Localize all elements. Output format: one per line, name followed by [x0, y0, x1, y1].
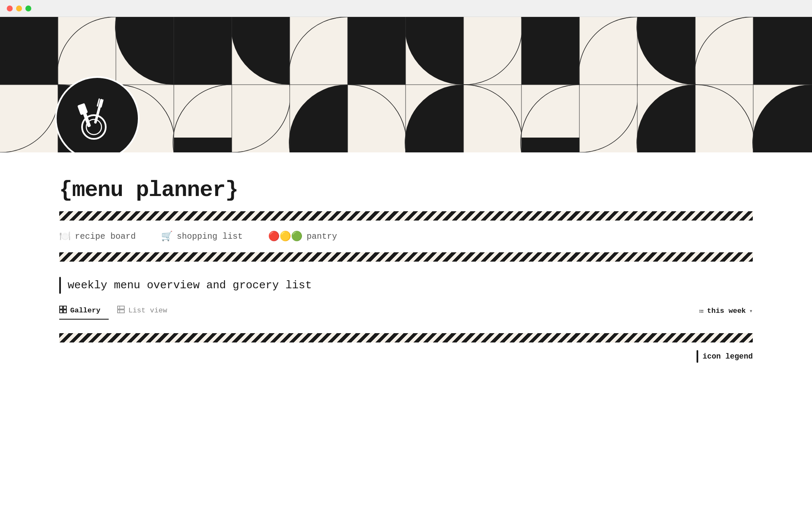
page-title: {menu planner}: [59, 178, 753, 203]
nav-link-pantry[interactable]: 🔴🟡🟢 pantry: [268, 231, 362, 242]
maximize-button[interactable]: [25, 6, 31, 11]
gallery-tab-icon: [59, 306, 67, 315]
svg-rect-6: [174, 17, 232, 85]
svg-rect-16: [753, 17, 812, 85]
svg-rect-54: [60, 306, 63, 309]
week-filter-label: this week: [707, 307, 746, 315]
bottom-stripe: [59, 333, 753, 342]
nav-link-recipe-board[interactable]: 🍽️ recipe board: [59, 231, 161, 242]
pantry-icon: 🔴🟡🟢: [268, 231, 302, 242]
close-button[interactable]: [7, 6, 13, 11]
tab-list-view-label: List view: [128, 306, 167, 315]
svg-rect-4: [58, 17, 116, 85]
svg-rect-15: [695, 17, 753, 85]
recipe-board-icon: 🍽️: [59, 231, 71, 242]
minimize-button[interactable]: [16, 6, 22, 11]
filter-icon: ≔: [699, 306, 704, 316]
bottom-row: icon legend: [59, 350, 753, 363]
svg-rect-22: [232, 85, 290, 152]
svg-rect-31: [695, 85, 753, 152]
svg-rect-56: [60, 310, 63, 313]
tab-list-view[interactable]: List view: [109, 302, 176, 320]
svg-rect-11: [464, 17, 521, 85]
svg-rect-13: [579, 17, 637, 85]
bottom-stripe-area: [59, 330, 753, 346]
section-heading: weekly menu overview and grocery list: [59, 277, 753, 294]
nav-link-shopping-list-label: shopping list: [177, 232, 243, 241]
icon-legend-label: icon legend: [702, 352, 753, 361]
svg-rect-57: [63, 310, 66, 313]
chevron-down-icon: ▾: [749, 307, 753, 315]
nav-links: 🍽️ recipe board 🛒 shopping list 🔴🟡🟢 pant…: [59, 231, 753, 242]
svg-rect-24: [348, 85, 406, 152]
shopping-list-icon: 🛒: [161, 231, 173, 242]
bottom-preview: [59, 330, 753, 346]
icon-legend-container: icon legend: [697, 350, 753, 363]
tab-gallery-label: Gallery: [70, 306, 100, 315]
svg-rect-29: [579, 85, 637, 152]
svg-rect-8: [290, 17, 348, 85]
nav-link-pantry-label: pantry: [307, 232, 337, 241]
decorative-stripe-top: [59, 211, 753, 221]
decorative-stripe-mid: [59, 252, 753, 262]
icon-legend-bar: [697, 350, 698, 363]
nav-link-recipe-board-label: recipe board: [75, 232, 136, 241]
tabs-left: Gallery List view: [59, 302, 176, 320]
main-content: {menu planner} 🍽️ recipe board 🛒 shoppin…: [0, 152, 812, 380]
svg-rect-27: [521, 138, 579, 152]
title-bar: [0, 0, 812, 17]
svg-rect-9: [348, 17, 406, 85]
svg-rect-58: [118, 306, 124, 309]
svg-rect-20: [174, 138, 232, 152]
view-tabs-row: Gallery List view ≔ this week ▾: [59, 302, 753, 320]
svg-rect-12: [521, 17, 579, 85]
logo-icon: [72, 93, 123, 144]
section-heading-bar: [59, 277, 61, 294]
svg-rect-55: [63, 306, 66, 309]
svg-rect-59: [118, 310, 124, 313]
svg-point-52: [82, 115, 106, 139]
list-view-tab-icon: [117, 306, 125, 315]
svg-rect-17: [0, 85, 58, 152]
section-heading-text: weekly menu overview and grocery list: [68, 279, 312, 292]
svg-rect-26: [464, 85, 521, 152]
nav-link-shopping-list[interactable]: 🛒 shopping list: [161, 231, 268, 242]
week-filter[interactable]: ≔ this week ▾: [699, 306, 753, 316]
cover-image: [0, 17, 812, 152]
tab-gallery[interactable]: Gallery: [59, 302, 109, 320]
